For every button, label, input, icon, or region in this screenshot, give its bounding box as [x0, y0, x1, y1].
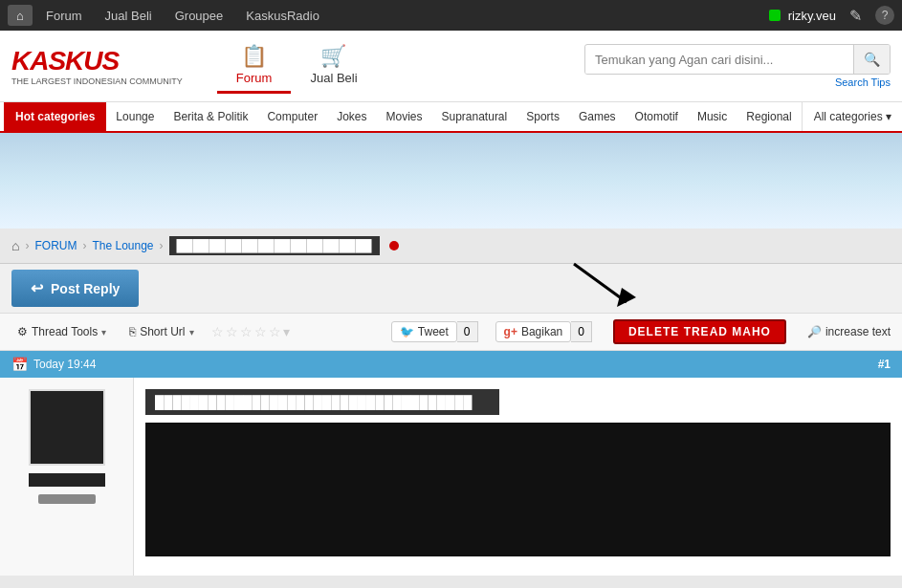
breadcrumb-sep-1: ›	[25, 239, 29, 252]
increase-icon: 🔎	[807, 325, 822, 338]
stars-caret: ▾	[283, 324, 290, 339]
cat-music[interactable]: Music	[688, 102, 737, 131]
tweet-area: 🐦 Tweet 0	[391, 321, 478, 342]
header: KASKUS THE LARGEST INDONESIAN COMMUNITY …	[0, 31, 902, 102]
star-1: ☆	[211, 324, 224, 339]
user-area: rizky.veu ✎ ?	[769, 5, 894, 27]
bagikan-button[interactable]: g+ Bagikan	[495, 321, 572, 342]
bagikan-area: g+ Bagikan 0	[495, 321, 592, 342]
help-icon[interactable]: ?	[875, 6, 894, 25]
jualbeli-nav-label: Jual Beli	[310, 71, 357, 85]
breadcrumb-red-dot	[389, 241, 399, 250]
breadcrumb-sep-2: ›	[82, 239, 86, 252]
search-input[interactable]	[585, 46, 853, 74]
search-area: 🔍 Search Tips	[392, 44, 891, 88]
post-image-area	[145, 423, 891, 556]
cat-supranatural[interactable]: Supranatural	[432, 102, 517, 131]
thread-tools-btn[interactable]: ⚙ Thread Tools ▾	[11, 322, 112, 341]
post-content: ████████████████████████████████████	[134, 378, 902, 576]
breadcrumb: ⌂ › FORUM › The Lounge › ███████████████…	[0, 229, 902, 264]
user-name-display	[29, 473, 105, 487]
post-reply-label: Post Reply	[51, 281, 120, 296]
delete-thread-button[interactable]: DELETE TREAD MAHO	[613, 319, 786, 344]
logo-tagline: THE LARGEST INDONESIAN COMMUNITY	[11, 76, 183, 86]
post-area: ████████████████████████████████████	[0, 378, 902, 576]
toolbar-container: ↩ Post Reply	[0, 264, 902, 313]
star-3: ☆	[240, 324, 253, 339]
logo-area: KASKUS THE LARGEST INDONESIAN COMMUNITY	[11, 46, 183, 86]
increase-label: increase text	[825, 325, 891, 338]
post-user-sidebar	[0, 378, 134, 576]
breadcrumb-home-icon[interactable]: ⌂	[11, 238, 19, 253]
logo[interactable]: KASKUS	[11, 46, 119, 76]
twitter-icon: 🐦	[400, 325, 414, 338]
stars-rating[interactable]: ☆ ☆ ☆ ☆ ☆ ▾	[211, 324, 290, 339]
header-nav: 📋 Forum 🛒 Jual Beli	[217, 38, 377, 94]
thread-tools-caret: ▾	[101, 327, 106, 338]
post-timestamp: 📅 Today 19:44	[11, 357, 96, 372]
forum-nav-label: Forum	[236, 71, 273, 85]
star-5: ☆	[269, 324, 281, 339]
toolbar-row: ↩ Post Reply	[0, 264, 902, 313]
gplus-icon: g+	[504, 325, 517, 338]
header-nav-forum[interactable]: 📋 Forum	[217, 38, 292, 94]
header-nav-jualbeli[interactable]: 🛒 Jual Beli	[291, 38, 376, 94]
short-url-icon: ⎘	[129, 325, 136, 338]
top-nav: ⌂ Forum Jual Beli Groupee KaskusRadio ri…	[0, 0, 902, 31]
cat-berita[interactable]: Berita & Politik	[164, 102, 257, 131]
search-button[interactable]: 🔍	[853, 45, 890, 74]
post-reply-icon: ↩	[31, 279, 43, 297]
tweet-button[interactable]: 🐦 Tweet	[391, 321, 457, 342]
online-indicator	[769, 10, 781, 21]
jualbeli-nav-icon: 🛒	[320, 44, 346, 69]
breadcrumb-forum[interactable]: FORUM	[34, 239, 77, 252]
cat-otomotif[interactable]: Otomotif	[626, 102, 688, 131]
thread-tools-icon: ⚙	[17, 325, 28, 338]
cat-sports[interactable]: Sports	[517, 102, 569, 131]
thread-tools-row: ⚙ Thread Tools ▾ ⎘ Short Url ▾ ☆ ☆ ☆ ☆ ☆…	[0, 313, 902, 351]
hot-categories-btn[interactable]: Hot categories	[4, 102, 106, 131]
breadcrumb-sep-3: ›	[160, 239, 164, 252]
short-url-btn[interactable]: ⎘ Short Url ▾	[123, 322, 199, 341]
search-box: 🔍	[584, 44, 891, 75]
cat-computer[interactable]: Computer	[257, 102, 327, 131]
star-4: ☆	[254, 324, 267, 339]
increase-text-btn[interactable]: 🔎 increase text	[807, 325, 891, 338]
edit-icon[interactable]: ✎	[844, 5, 868, 27]
short-url-caret: ▾	[189, 327, 194, 338]
home-nav-icon[interactable]: ⌂	[8, 5, 33, 26]
calendar-icon: 📅	[11, 357, 28, 372]
thread-tools-label: Thread Tools	[32, 325, 98, 338]
tweet-count: 0	[457, 321, 478, 342]
user-avatar	[29, 389, 105, 466]
star-2: ☆	[226, 324, 238, 339]
tweet-label: Tweet	[418, 325, 449, 338]
post-title-bar: ████████████████████████████████████	[145, 389, 499, 415]
nav-item-jualbeli[interactable]: Jual Beli	[96, 5, 162, 27]
bagikan-label: Bagikan	[521, 325, 562, 338]
post-header: 📅 Today 19:44 #1	[0, 351, 902, 378]
user-status-bar	[38, 494, 96, 504]
cat-lounge[interactable]: Lounge	[106, 102, 164, 131]
categories-nav: Hot categories Lounge Berita & Politik C…	[0, 102, 902, 133]
nav-item-kaskusradio[interactable]: KaskusRadio	[236, 5, 329, 27]
short-url-label: Short Url	[140, 325, 185, 338]
all-categories-btn[interactable]: All categories ▾	[802, 102, 902, 131]
breadcrumb-lounge[interactable]: The Lounge	[92, 239, 153, 252]
cat-games[interactable]: Games	[569, 102, 626, 131]
timestamp-text: Today 19:44	[33, 358, 96, 371]
username: rizky.veu	[788, 9, 836, 23]
banner-area	[0, 133, 902, 229]
nav-item-forum[interactable]: Forum	[36, 5, 92, 27]
breadcrumb-thread-title: ████████████████████████	[169, 236, 380, 255]
nav-item-groupee[interactable]: Groupee	[165, 5, 233, 27]
cat-jokes[interactable]: Jokes	[327, 102, 376, 131]
post-number: #1	[878, 358, 891, 371]
forum-nav-icon: 📋	[241, 44, 267, 69]
search-tips-link[interactable]: Search Tips	[835, 76, 891, 88]
bagikan-count: 0	[571, 321, 592, 342]
cat-regional[interactable]: Regional	[737, 102, 801, 131]
post-reply-button[interactable]: ↩ Post Reply	[11, 270, 139, 307]
cat-movies[interactable]: Movies	[376, 102, 431, 131]
